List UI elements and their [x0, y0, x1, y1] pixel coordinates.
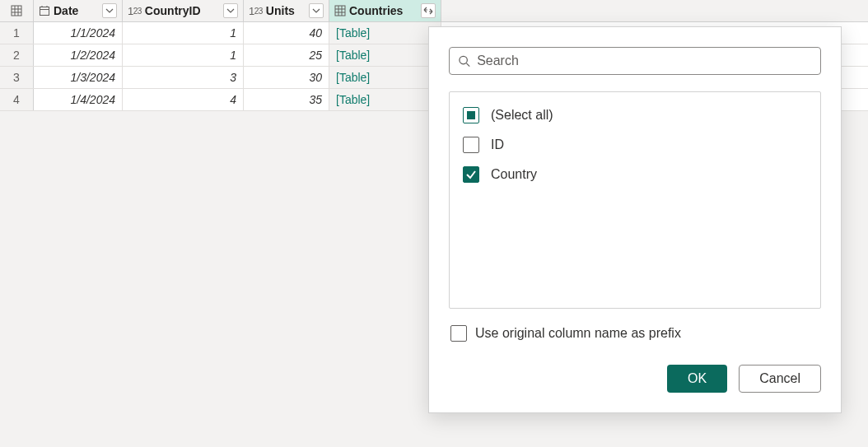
cell-countryid[interactable]: 4	[123, 89, 244, 110]
search-icon	[458, 54, 470, 68]
cell-units[interactable]: 30	[244, 67, 329, 88]
number-type-icon: 123	[128, 5, 142, 17]
expand-column-popup: (Select all)IDCountry Use original colum…	[428, 26, 842, 413]
cell-countryid[interactable]: 3	[123, 67, 244, 88]
table-icon	[11, 5, 22, 16]
column-chooser-label: Country	[491, 167, 537, 182]
row-number[interactable]: 2	[0, 44, 34, 66]
row-number[interactable]: 1	[0, 22, 34, 44]
cell-countryid[interactable]: 1	[123, 44, 244, 66]
svg-line-15	[466, 63, 469, 67]
cancel-button[interactable]: Cancel	[739, 365, 821, 393]
dialog-buttons: OK Cancel	[449, 365, 821, 393]
column-filter-button[interactable]	[309, 3, 324, 18]
column-header-date[interactable]: Date	[34, 0, 123, 21]
svg-rect-0	[12, 6, 21, 16]
column-filter-button[interactable]	[102, 3, 117, 18]
prefix-option-row: Use original column name as prefix	[449, 325, 821, 342]
column-header-countries[interactable]: Countries	[329, 0, 441, 21]
column-chooser-item[interactable]: (Select all)	[461, 100, 809, 130]
prefix-checkbox[interactable]	[450, 325, 467, 342]
cell-countries[interactable]: [Table]	[329, 44, 441, 66]
column-label: Countries	[349, 4, 418, 17]
expand-icon	[423, 7, 433, 15]
search-input[interactable]	[477, 54, 812, 68]
checkbox[interactable]	[463, 137, 479, 153]
ok-button[interactable]: OK	[667, 365, 727, 393]
column-chooser-item[interactable]: Country	[461, 160, 809, 189]
cell-date[interactable]: 1/2/2024	[34, 44, 123, 66]
svg-rect-5	[40, 7, 49, 16]
svg-rect-9	[335, 6, 345, 16]
column-label: Units	[266, 4, 306, 17]
column-label: Date	[54, 4, 99, 17]
chevron-down-icon	[105, 7, 114, 15]
row-number-header[interactable]	[0, 0, 34, 21]
cell-units[interactable]: 35	[244, 89, 329, 110]
chevron-down-icon	[312, 7, 320, 15]
column-header-countryid[interactable]: 123 CountryID	[123, 0, 244, 21]
calendar-icon	[39, 5, 50, 16]
cell-date[interactable]: 1/3/2024	[34, 67, 123, 88]
row-number[interactable]: 4	[0, 89, 34, 110]
checkbox[interactable]	[463, 107, 479, 123]
cell-units[interactable]: 25	[244, 44, 329, 66]
chevron-down-icon	[226, 7, 235, 15]
expand-column-button[interactable]	[421, 3, 436, 18]
column-filter-button[interactable]	[223, 3, 238, 18]
checkbox[interactable]	[463, 166, 479, 183]
column-label: CountryID	[145, 4, 220, 17]
row-number[interactable]: 3	[0, 67, 34, 88]
search-box[interactable]	[449, 47, 821, 75]
column-header-units[interactable]: 123 Units	[244, 0, 329, 21]
cell-countries[interactable]: [Table]	[329, 89, 441, 110]
column-chooser-label: ID	[491, 137, 504, 152]
prefix-label: Use original column name as prefix	[475, 326, 681, 341]
cell-countries[interactable]: [Table]	[329, 22, 441, 44]
grid-header: Date 123 CountryID 123 Units	[0, 0, 868, 22]
svg-point-14	[460, 56, 467, 63]
column-chooser-list[interactable]: (Select all)IDCountry	[449, 91, 821, 309]
table-icon	[334, 5, 346, 16]
cell-countryid[interactable]: 1	[123, 22, 244, 44]
number-type-icon: 123	[249, 5, 263, 17]
column-chooser-label: (Select all)	[491, 108, 553, 123]
cell-date[interactable]: 1/4/2024	[34, 89, 123, 110]
cell-countries[interactable]: [Table]	[329, 67, 441, 88]
cell-units[interactable]: 40	[244, 22, 329, 44]
column-chooser-item[interactable]: ID	[461, 130, 809, 160]
cell-date[interactable]: 1/1/2024	[34, 22, 123, 44]
